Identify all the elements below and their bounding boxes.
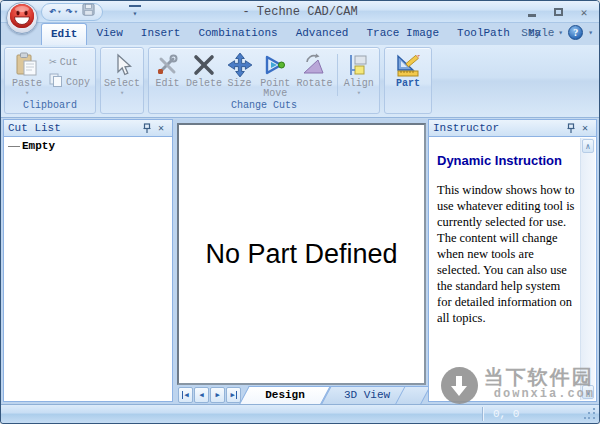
tab-design[interactable]: Design	[244, 386, 326, 404]
design-canvas-area: No Part Defined ◀ ◀ ▶ ▶ Design 3D View	[177, 119, 426, 404]
last-tab-button[interactable]: ▶	[226, 387, 241, 403]
paste-icon	[15, 51, 39, 79]
point-move-button[interactable]: Point Move	[255, 50, 295, 99]
cut-list-pin-button[interactable]	[140, 121, 154, 135]
first-icon: ◀	[182, 391, 188, 399]
cut-icon: ✂	[49, 54, 57, 70]
tab-toolpath[interactable]: ToolPath	[448, 23, 519, 45]
tab-edit[interactable]: Edit	[41, 23, 87, 45]
cut-label: Cut	[60, 57, 78, 68]
next-icon: ▶	[215, 391, 219, 399]
last-icon: ▶	[230, 391, 236, 399]
tab-design-label: Design	[265, 389, 305, 401]
tab-advanced[interactable]: Advanced	[287, 23, 358, 45]
close-button[interactable]: ✕	[577, 5, 591, 19]
quick-access-toolbar: ↶ ▾ ↷ ▾	[41, 3, 103, 21]
align-icon	[347, 51, 371, 79]
rotate-icon	[301, 51, 327, 79]
part-button[interactable]: Part	[387, 50, 429, 89]
size-move-arrows-icon	[227, 51, 253, 79]
cut-list-header: Cut List ✕	[3, 119, 173, 137]
align-button[interactable]: Align ▾	[340, 50, 377, 97]
cursor-coordinates: 0, 0	[493, 405, 519, 424]
instructor-content: Dynamic Instruction This window shows ho…	[428, 137, 597, 402]
undo-icon: ↶	[49, 5, 56, 19]
tree-branch-line	[8, 146, 20, 147]
copy-button[interactable]: Copy	[47, 74, 92, 90]
maximize-button[interactable]	[551, 5, 565, 19]
style-button[interactable]: Style ▾	[521, 27, 563, 39]
instruction-heading: Dynamic Instruction	[437, 153, 586, 168]
cut-list-close-button[interactable]: ✕	[154, 121, 168, 135]
instructor-title: Instructor	[433, 122, 564, 134]
pin-icon	[566, 123, 576, 134]
pin-icon	[142, 123, 152, 134]
status-separator	[482, 407, 483, 421]
instructor-pin-button[interactable]	[564, 121, 578, 135]
tab-view[interactable]: View	[87, 23, 131, 45]
rotate-button[interactable]: Rotate	[295, 50, 333, 89]
instructor-close-button[interactable]: ✕	[578, 121, 592, 135]
select-dropdown-icon: ▾	[120, 89, 124, 97]
help-dropdown-icon[interactable]: ▾	[588, 28, 593, 37]
copy-label: Copy	[66, 77, 90, 88]
minimize-button[interactable]	[525, 5, 539, 19]
design-canvas[interactable]: No Part Defined	[177, 123, 426, 385]
tab-insert[interactable]: Insert	[132, 23, 190, 45]
no-part-message: No Part Defined	[205, 239, 397, 270]
size-button[interactable]: Size	[224, 50, 255, 89]
delete-button[interactable]: Delete	[184, 50, 224, 89]
cut-list-item-empty[interactable]: Empty	[4, 137, 172, 152]
edit-button[interactable]: Edit	[151, 50, 184, 89]
ribbon-tabs: Edit View Insert Combinations Advanced T…	[41, 23, 550, 45]
resize-grip[interactable]	[584, 408, 596, 420]
instructor-scrollbar[interactable]: ∧ ∨	[580, 138, 595, 400]
help-button[interactable]: ?	[568, 25, 583, 40]
group-label-select	[101, 100, 143, 113]
tab-3d-view-label: 3D View	[344, 389, 390, 401]
ribbon-right-controls: Style ▾ ? ▾	[521, 25, 593, 40]
window-controls: ✕	[525, 1, 591, 23]
ribbon-tab-row: Edit View Insert Combinations Advanced T…	[1, 23, 599, 45]
undo-dropdown-icon[interactable]: ▾	[57, 8, 61, 16]
minimize-icon	[528, 14, 536, 17]
first-tab-button[interactable]: ◀	[178, 387, 193, 403]
group-select: Select ▾	[100, 47, 144, 114]
save-button[interactable]	[81, 4, 96, 20]
group-label-clipboard: Clipboard	[5, 100, 95, 113]
delete-x-icon	[192, 51, 216, 79]
paste-button[interactable]: Paste ▾	[7, 50, 47, 97]
cut-list-title: Cut List	[8, 122, 140, 134]
group-separator	[337, 54, 338, 96]
point-move-label: Point Move	[255, 79, 295, 99]
cut-list-item-label: Empty	[22, 140, 55, 152]
instruction-body: This window shows how to use whatever ed…	[437, 182, 576, 326]
application-menu-button[interactable]	[6, 2, 38, 34]
group-change-cuts: Edit Delete	[148, 47, 380, 114]
save-icon	[82, 3, 95, 21]
cut-button[interactable]: ✂ Cut	[47, 54, 92, 70]
tab-trace-image[interactable]: Trace Image	[357, 23, 448, 45]
customize-quick-access-button[interactable]: ▾	[129, 5, 141, 19]
sheet-nav-buttons: ◀ ◀ ▶ ▶	[177, 387, 244, 403]
scroll-up-button[interactable]: ∧	[582, 139, 594, 153]
previous-tab-button[interactable]: ◀	[194, 387, 209, 403]
tab-combinations[interactable]: Combinations	[189, 23, 286, 45]
next-tab-button[interactable]: ▶	[210, 387, 225, 403]
paste-label: Paste	[12, 79, 42, 89]
redo-icon: ↷	[65, 5, 72, 19]
edit-tools-icon	[154, 51, 180, 79]
select-button[interactable]: Select ▾	[103, 50, 141, 97]
redo-button[interactable]: ↷ ▾	[64, 4, 78, 20]
copy-icon	[49, 73, 63, 92]
cut-list-content: Empty	[3, 137, 173, 402]
scroll-down-button[interactable]: ∨	[582, 385, 594, 399]
redo-dropdown-icon[interactable]: ▾	[74, 8, 78, 16]
instructor-header: Instructor ✕	[428, 119, 597, 137]
group-label-part	[385, 100, 431, 113]
undo-button[interactable]: ↶ ▾	[48, 4, 62, 20]
style-label: Style	[521, 27, 554, 39]
delete-label: Delete	[186, 79, 222, 89]
align-dropdown-icon: ▾	[357, 89, 361, 97]
group-part: Part	[384, 47, 432, 114]
